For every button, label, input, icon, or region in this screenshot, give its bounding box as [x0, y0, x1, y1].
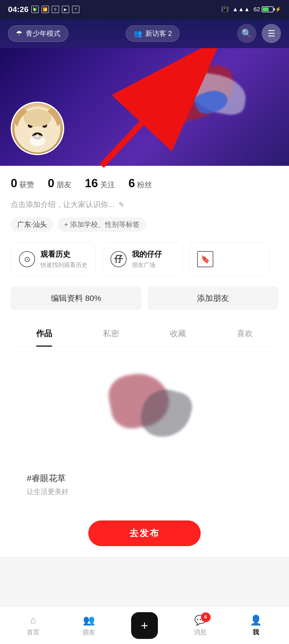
edit-profile-button[interactable]: 编辑资料 80%	[11, 286, 141, 310]
friends-label: 朋友	[82, 628, 95, 637]
tags-row: 广东·汕头 + 添加学校、性别等标签	[11, 217, 278, 232]
avatar-container	[11, 102, 64, 155]
add-tags-button[interactable]: + 添加学校、性别等标签	[58, 217, 146, 232]
messages-badge-wrapper: 💬 6	[194, 615, 206, 626]
quick-actions: ⊙ 观看历史 快速找到观看历史 仔 我的仔仔 朋友广场 🔖	[11, 243, 278, 276]
friends-label: 朋友	[56, 180, 71, 190]
menu-icon: ☰	[268, 28, 275, 39]
hashtag-text: #睿眼花草	[11, 473, 66, 484]
history-icon: ⊙	[19, 251, 35, 267]
history-action[interactable]: ⊙ 观看历史 快速找到观看历史	[11, 243, 96, 276]
followers-stat[interactable]: 6 粉丝	[128, 177, 152, 190]
status-time: 04:26	[8, 5, 29, 14]
avatar[interactable]	[11, 102, 64, 155]
nav-home[interactable]: ⌂ 首页	[14, 615, 52, 637]
profile-label: 我	[253, 628, 259, 637]
publish-section: 去发布	[0, 512, 289, 557]
home-icon: ⌂	[30, 615, 36, 626]
add-icon: +	[141, 619, 148, 632]
status-icons: 📳 ▲▲▲ 62 ⚡	[221, 6, 281, 13]
following-label: 关注	[100, 180, 115, 190]
followers-label: 粉丝	[137, 180, 152, 190]
bookmark-action[interactable]: 🔖	[189, 243, 269, 276]
friends-plaza-action[interactable]: 仔 我的仔仔 朋友广场	[102, 243, 182, 276]
bottom-nav: ⌂ 首页 👥 朋友 + 💬 6 消息 👤 我	[0, 607, 289, 644]
nav-right-buttons: 🔍 ☰	[237, 24, 281, 43]
home-label: 首页	[27, 628, 40, 637]
bookmark-icon: 🔖	[197, 251, 213, 267]
content-placeholder	[94, 363, 195, 465]
profile-hero	[0, 48, 289, 166]
wifi-icon: ▲▲▲	[232, 6, 250, 13]
profile-info: 0 获赞 0 朋友 16 关注 6 粉丝 点击添加介绍，让大家认识你... ✎ …	[0, 166, 289, 347]
search-button[interactable]: 🔍	[237, 24, 256, 43]
add-button-wrapper[interactable]: +	[131, 612, 158, 639]
likes-count: 0	[11, 177, 17, 190]
followers-count: 6	[128, 177, 135, 190]
battery-fill	[263, 7, 269, 11]
lightning-icon: ⚡	[275, 6, 281, 12]
history-text: 观看历史 快速找到观看历史	[40, 249, 88, 269]
youth-mode-button[interactable]: ☂ 青少年模式	[8, 25, 68, 42]
likes-stat[interactable]: 0 获赞	[11, 177, 34, 190]
visitor-label: 新访客 2	[145, 29, 172, 38]
youth-mode-label: 青少年模式	[26, 29, 60, 38]
stats-row: 0 获赞 0 朋友 16 关注 6 粉丝	[11, 177, 278, 190]
tab-likes[interactable]: 喜欢	[211, 321, 278, 347]
svg-point-11	[36, 134, 39, 137]
tab-collections-label: 收藏	[170, 329, 186, 338]
signal-icon: 📶	[41, 6, 49, 13]
nav-add[interactable]: +	[126, 612, 163, 639]
location-tag[interactable]: 广东·汕头	[11, 217, 53, 232]
friends-plaza-icon: 仔	[111, 251, 127, 267]
video-icon: ▶	[62, 6, 69, 13]
app-icon-1: S	[52, 6, 59, 13]
likes-label: 获赞	[19, 180, 34, 190]
visitors-icon: 👥	[134, 29, 142, 38]
nav-friends[interactable]: 👥 朋友	[70, 615, 108, 637]
profile-icon: 👤	[250, 615, 262, 626]
history-title: 观看历史	[40, 249, 88, 259]
svg-point-10	[24, 109, 52, 127]
tab-likes-label: 喜欢	[237, 329, 253, 338]
friends-plaza-text: 我的仔仔 朋友广场	[132, 249, 162, 269]
help-icon: ?	[72, 6, 79, 13]
menu-button[interactable]: ☰	[262, 24, 281, 43]
bio-placeholder: 点击添加介绍，让大家认识你...	[11, 200, 114, 210]
visitor-button[interactable]: 👥 新访客 2	[126, 25, 180, 42]
avatar-image	[12, 103, 63, 154]
shield-icon: 🔰	[31, 6, 39, 13]
edit-bio-icon: ✎	[119, 201, 124, 209]
tab-private-label: 私密	[103, 329, 119, 338]
tab-works-label: 作品	[36, 329, 52, 338]
tab-works[interactable]: 作品	[11, 321, 78, 347]
battery-icon	[262, 6, 273, 12]
messages-label: 消息	[194, 628, 207, 637]
friends-icon: 👥	[83, 615, 95, 626]
nav-messages[interactable]: 💬 6 消息	[181, 615, 219, 637]
history-subtitle: 快速找到观看历史	[40, 261, 88, 269]
content-subtext: 让生活更美好	[11, 487, 69, 496]
following-count: 16	[85, 177, 98, 190]
content-tabs: 作品 私密 收藏 喜欢	[11, 321, 278, 347]
friends-plaza-title: 我的仔仔	[132, 249, 162, 259]
top-nav: ☂ 青少年模式 👥 新访客 2 🔍 ☰	[0, 19, 289, 48]
umbrella-icon: ☂	[16, 29, 22, 38]
vibrate-icon: 📳	[221, 6, 229, 13]
search-icon: 🔍	[241, 28, 252, 39]
battery-percent: 62	[254, 6, 260, 13]
friends-count: 0	[48, 177, 54, 190]
tab-collections[interactable]: 收藏	[144, 321, 211, 347]
status-left: 04:26 🔰 📶 S ▶ ?	[8, 5, 79, 14]
following-stat[interactable]: 16 关注	[85, 177, 115, 190]
add-friend-button[interactable]: 添加朋友	[148, 286, 278, 310]
tab-private[interactable]: 私密	[78, 321, 144, 347]
content-area: #睿眼花草 让生活更美好	[0, 347, 289, 512]
hero-container	[0, 48, 289, 166]
friends-stat[interactable]: 0 朋友	[48, 177, 71, 190]
dog-avatar-svg	[12, 102, 63, 155]
publish-button[interactable]: 去发布	[88, 520, 201, 546]
nav-profile[interactable]: 👤 我	[237, 615, 275, 637]
bio-row[interactable]: 点击添加介绍，让大家认识你... ✎	[11, 200, 278, 210]
battery-box: 62 ⚡	[254, 6, 281, 13]
